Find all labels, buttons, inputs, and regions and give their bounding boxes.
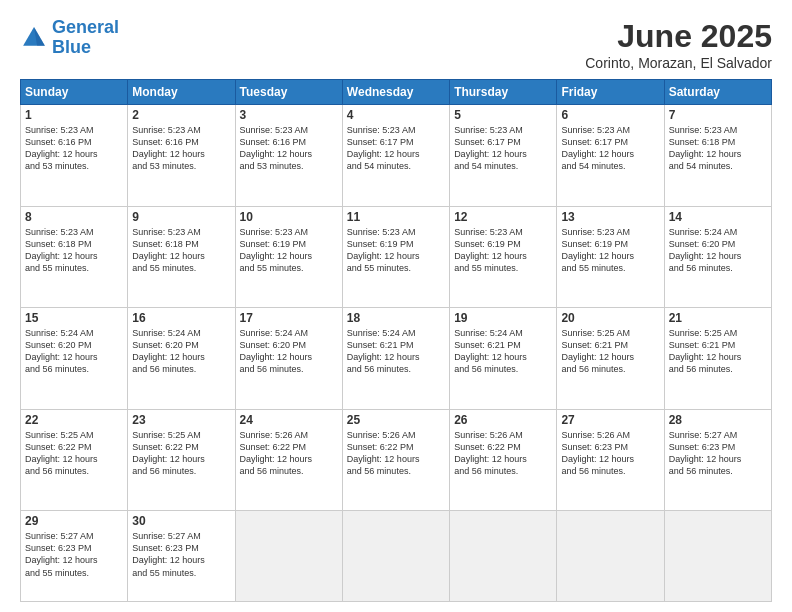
logo-icon (20, 24, 48, 52)
day-number: 30 (132, 514, 230, 528)
table-row: 27Sunrise: 5:26 AM Sunset: 6:23 PM Dayli… (557, 409, 664, 511)
calendar-row: 22Sunrise: 5:25 AM Sunset: 6:22 PM Dayli… (21, 409, 772, 511)
day-info: Sunrise: 5:23 AM Sunset: 6:16 PM Dayligh… (240, 124, 338, 173)
table-row: 29Sunrise: 5:27 AM Sunset: 6:23 PM Dayli… (21, 511, 128, 602)
table-row: 26Sunrise: 5:26 AM Sunset: 6:22 PM Dayli… (450, 409, 557, 511)
day-number: 28 (669, 413, 767, 427)
day-number: 8 (25, 210, 123, 224)
table-row: 1Sunrise: 5:23 AM Sunset: 6:16 PM Daylig… (21, 105, 128, 207)
day-info: Sunrise: 5:23 AM Sunset: 6:19 PM Dayligh… (240, 226, 338, 275)
calendar-table: Sunday Monday Tuesday Wednesday Thursday… (20, 79, 772, 602)
day-number: 22 (25, 413, 123, 427)
col-wednesday: Wednesday (342, 80, 449, 105)
table-row: 2Sunrise: 5:23 AM Sunset: 6:16 PM Daylig… (128, 105, 235, 207)
day-number: 16 (132, 311, 230, 325)
col-monday: Monday (128, 80, 235, 105)
logo: General Blue (20, 18, 119, 58)
day-number: 2 (132, 108, 230, 122)
day-number: 15 (25, 311, 123, 325)
day-info: Sunrise: 5:24 AM Sunset: 6:21 PM Dayligh… (347, 327, 445, 376)
table-row: 4Sunrise: 5:23 AM Sunset: 6:17 PM Daylig… (342, 105, 449, 207)
table-row: 8Sunrise: 5:23 AM Sunset: 6:18 PM Daylig… (21, 206, 128, 308)
day-number: 25 (347, 413, 445, 427)
table-row: 18Sunrise: 5:24 AM Sunset: 6:21 PM Dayli… (342, 308, 449, 410)
calendar-row: 8Sunrise: 5:23 AM Sunset: 6:18 PM Daylig… (21, 206, 772, 308)
day-info: Sunrise: 5:23 AM Sunset: 6:18 PM Dayligh… (132, 226, 230, 275)
table-row: 28Sunrise: 5:27 AM Sunset: 6:23 PM Dayli… (664, 409, 771, 511)
table-row: 7Sunrise: 5:23 AM Sunset: 6:18 PM Daylig… (664, 105, 771, 207)
day-number: 9 (132, 210, 230, 224)
day-info: Sunrise: 5:24 AM Sunset: 6:20 PM Dayligh… (25, 327, 123, 376)
day-number: 20 (561, 311, 659, 325)
table-row: 11Sunrise: 5:23 AM Sunset: 6:19 PM Dayli… (342, 206, 449, 308)
col-saturday: Saturday (664, 80, 771, 105)
day-info: Sunrise: 5:27 AM Sunset: 6:23 PM Dayligh… (25, 530, 123, 579)
day-number: 24 (240, 413, 338, 427)
col-friday: Friday (557, 80, 664, 105)
logo-blue: Blue (52, 37, 91, 57)
day-number: 11 (347, 210, 445, 224)
table-row: 12Sunrise: 5:23 AM Sunset: 6:19 PM Dayli… (450, 206, 557, 308)
col-thursday: Thursday (450, 80, 557, 105)
table-row: 16Sunrise: 5:24 AM Sunset: 6:20 PM Dayli… (128, 308, 235, 410)
day-info: Sunrise: 5:23 AM Sunset: 6:17 PM Dayligh… (454, 124, 552, 173)
logo-text: General Blue (52, 18, 119, 58)
table-row: 30Sunrise: 5:27 AM Sunset: 6:23 PM Dayli… (128, 511, 235, 602)
day-number: 26 (454, 413, 552, 427)
day-info: Sunrise: 5:26 AM Sunset: 6:22 PM Dayligh… (454, 429, 552, 478)
day-number: 21 (669, 311, 767, 325)
table-row (235, 511, 342, 602)
table-row: 24Sunrise: 5:26 AM Sunset: 6:22 PM Dayli… (235, 409, 342, 511)
month-title: June 2025 (585, 18, 772, 55)
logo-general: General (52, 17, 119, 37)
day-info: Sunrise: 5:23 AM Sunset: 6:18 PM Dayligh… (25, 226, 123, 275)
day-number: 19 (454, 311, 552, 325)
day-info: Sunrise: 5:23 AM Sunset: 6:18 PM Dayligh… (669, 124, 767, 173)
day-info: Sunrise: 5:25 AM Sunset: 6:21 PM Dayligh… (561, 327, 659, 376)
day-info: Sunrise: 5:26 AM Sunset: 6:23 PM Dayligh… (561, 429, 659, 478)
col-sunday: Sunday (21, 80, 128, 105)
day-info: Sunrise: 5:23 AM Sunset: 6:19 PM Dayligh… (561, 226, 659, 275)
day-number: 13 (561, 210, 659, 224)
day-info: Sunrise: 5:23 AM Sunset: 6:19 PM Dayligh… (454, 226, 552, 275)
table-row (557, 511, 664, 602)
calendar-header-row: Sunday Monday Tuesday Wednesday Thursday… (21, 80, 772, 105)
calendar-row: 1Sunrise: 5:23 AM Sunset: 6:16 PM Daylig… (21, 105, 772, 207)
day-info: Sunrise: 5:24 AM Sunset: 6:20 PM Dayligh… (240, 327, 338, 376)
table-row (342, 511, 449, 602)
day-info: Sunrise: 5:23 AM Sunset: 6:19 PM Dayligh… (347, 226, 445, 275)
day-info: Sunrise: 5:23 AM Sunset: 6:17 PM Dayligh… (561, 124, 659, 173)
day-info: Sunrise: 5:24 AM Sunset: 6:21 PM Dayligh… (454, 327, 552, 376)
day-number: 12 (454, 210, 552, 224)
table-row (664, 511, 771, 602)
day-info: Sunrise: 5:25 AM Sunset: 6:21 PM Dayligh… (669, 327, 767, 376)
day-number: 27 (561, 413, 659, 427)
day-number: 14 (669, 210, 767, 224)
day-number: 17 (240, 311, 338, 325)
day-info: Sunrise: 5:24 AM Sunset: 6:20 PM Dayligh… (132, 327, 230, 376)
day-number: 23 (132, 413, 230, 427)
table-row: 19Sunrise: 5:24 AM Sunset: 6:21 PM Dayli… (450, 308, 557, 410)
day-info: Sunrise: 5:23 AM Sunset: 6:16 PM Dayligh… (132, 124, 230, 173)
calendar-row: 15Sunrise: 5:24 AM Sunset: 6:20 PM Dayli… (21, 308, 772, 410)
day-number: 7 (669, 108, 767, 122)
day-info: Sunrise: 5:26 AM Sunset: 6:22 PM Dayligh… (240, 429, 338, 478)
day-number: 18 (347, 311, 445, 325)
table-row: 20Sunrise: 5:25 AM Sunset: 6:21 PM Dayli… (557, 308, 664, 410)
day-info: Sunrise: 5:27 AM Sunset: 6:23 PM Dayligh… (132, 530, 230, 579)
day-number: 10 (240, 210, 338, 224)
day-number: 6 (561, 108, 659, 122)
day-info: Sunrise: 5:23 AM Sunset: 6:17 PM Dayligh… (347, 124, 445, 173)
col-tuesday: Tuesday (235, 80, 342, 105)
day-number: 3 (240, 108, 338, 122)
table-row: 25Sunrise: 5:26 AM Sunset: 6:22 PM Dayli… (342, 409, 449, 511)
table-row: 22Sunrise: 5:25 AM Sunset: 6:22 PM Dayli… (21, 409, 128, 511)
day-number: 29 (25, 514, 123, 528)
day-info: Sunrise: 5:23 AM Sunset: 6:16 PM Dayligh… (25, 124, 123, 173)
table-row: 9Sunrise: 5:23 AM Sunset: 6:18 PM Daylig… (128, 206, 235, 308)
calendar-row: 29Sunrise: 5:27 AM Sunset: 6:23 PM Dayli… (21, 511, 772, 602)
table-row: 13Sunrise: 5:23 AM Sunset: 6:19 PM Dayli… (557, 206, 664, 308)
day-number: 1 (25, 108, 123, 122)
day-info: Sunrise: 5:25 AM Sunset: 6:22 PM Dayligh… (25, 429, 123, 478)
title-block: June 2025 Corinto, Morazan, El Salvador (585, 18, 772, 71)
